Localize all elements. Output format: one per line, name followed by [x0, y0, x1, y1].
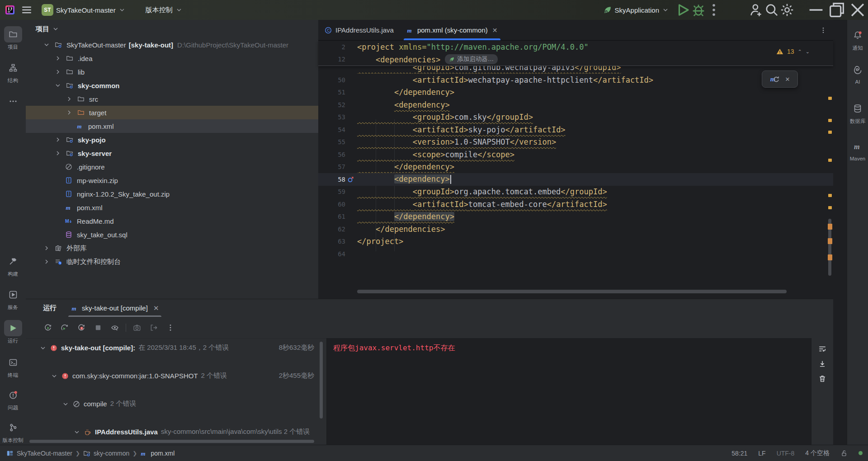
project-tree-item--[interactable]: 外部库: [26, 241, 318, 255]
chevron-down-icon[interactable]: [54, 82, 61, 89]
left-stripe-item-结构[interactable]: 结构: [0, 60, 26, 84]
code-line-2[interactable]: 2<project xmlns="http://maven.apache.org…: [318, 41, 833, 53]
filter-view-button[interactable]: [109, 322, 121, 334]
project-tree-item-mp-weixin.zip[interactable]: mp-weixin.zip: [26, 174, 318, 187]
code-line-56[interactable]: 56 <scope>compile</scope>: [318, 148, 833, 161]
tab-ipaddressutils[interactable]: C IPAddressUtils.java: [318, 20, 400, 40]
search-everywhere-button[interactable]: [764, 0, 779, 20]
warning-mark[interactable]: [828, 119, 832, 122]
project-tree-item-sky-server[interactable]: sky-server: [26, 146, 318, 160]
tool-window-layout-icon[interactable]: [6, 450, 14, 457]
warning-mark[interactable]: [828, 238, 832, 244]
horizontal-scrollbar[interactable]: [357, 290, 787, 293]
chevron-right-icon[interactable]: [54, 68, 61, 75]
project-tree-item-target[interactable]: target: [26, 106, 318, 119]
next-problem-icon[interactable]: ⌄: [806, 49, 810, 55]
horizontal-scrollbar[interactable]: [29, 440, 314, 443]
project-tree-item-sky-common[interactable]: sky-common: [26, 79, 318, 92]
project-tree-item-lib[interactable]: lib: [26, 65, 318, 79]
project-widget[interactable]: ST SkyTakeOut-master: [39, 2, 128, 18]
close-tab-icon[interactable]: ✕: [492, 27, 498, 34]
rerun-button[interactable]: [42, 322, 54, 334]
project-tree-item-src[interactable]: src: [26, 92, 318, 106]
project-tree-item-.gitignore[interactable]: .gitignore: [26, 160, 318, 174]
warning-mark[interactable]: [828, 254, 832, 260]
line-ending[interactable]: LF: [758, 450, 765, 457]
file-encoding[interactable]: UTF-8: [777, 450, 795, 457]
prev-problem-icon[interactable]: ⌃: [798, 49, 802, 55]
warning-mark[interactable]: [828, 224, 832, 230]
chevron-right-icon[interactable]: [54, 136, 61, 143]
add-starters-inlay[interactable]: 添加启动器…: [445, 54, 498, 64]
more-actions-button[interactable]: [706, 0, 722, 20]
maven-reload-popup[interactable]: m ✕: [762, 71, 798, 88]
left-stripe-item-版本控制[interactable]: 版本控制: [0, 419, 26, 444]
maven-reload-icon[interactable]: m: [770, 74, 780, 84]
build-tree-item-3[interactable]: IPAddressUtils.javasky-common\src\main\j…: [26, 425, 324, 439]
code-line-64[interactable]: 64: [318, 248, 833, 260]
tab-pom-xml[interactable]: m pom.xml (sky-common) ✕: [400, 20, 504, 40]
left-stripe-item-项目[interactable]: 项目: [0, 26, 26, 51]
chevron-down-icon[interactable]: [51, 372, 58, 380]
error-stripe[interactable]: [827, 40, 833, 299]
chevron-right-icon[interactable]: [66, 95, 73, 103]
project-tree-item-skytakeout-master[interactable]: SkyTakeOut-master[sky-take-out]D:\Github…: [26, 38, 318, 52]
caret-position[interactable]: 58:21: [731, 450, 747, 457]
unlock-icon[interactable]: [840, 450, 848, 457]
code-line-60[interactable]: 60 <artifactId>tomcat-embed-core</artifa…: [318, 198, 833, 211]
project-tree-item-nginx-1.20.2_sky_take_out.zip[interactable]: nginx-1.20.2_Sky_take_out.zip: [26, 187, 318, 201]
project-tree-item-.idea[interactable]: .idea: [26, 52, 318, 65]
code-line-57[interactable]: 57 </dependency>: [318, 161, 833, 174]
warning-mark[interactable]: [828, 131, 832, 134]
project-tree-item-sky_take_out.sql[interactable]: sky_take_out.sql: [26, 228, 318, 241]
indent-setting[interactable]: 4 个空格: [805, 449, 830, 457]
right-stripe-item-通知[interactable]: 通知: [847, 27, 868, 52]
chevron-right-icon[interactable]: [54, 55, 61, 62]
code-line-58[interactable]: 58 <dependency>: [318, 173, 833, 186]
chevron-right-icon[interactable]: [43, 258, 50, 265]
stop-button[interactable]: [92, 322, 104, 334]
close-tab-icon[interactable]: ✕: [153, 304, 159, 312]
chevron-down-icon[interactable]: [62, 400, 69, 408]
chevron-down-icon[interactable]: [39, 344, 47, 352]
project-tree-item-readme.md[interactable]: MReadMe.md: [26, 214, 318, 228]
settings-button[interactable]: [779, 0, 795, 20]
restore-button[interactable]: [826, 0, 847, 20]
code-line-54[interactable]: 54 <artifactId>sky-pojo</artifactId>: [318, 123, 833, 136]
close-icon[interactable]: ✕: [785, 76, 790, 83]
run-button[interactable]: [675, 0, 691, 20]
code-line-12[interactable]: 12 <dependencies>添加启动器…: [318, 53, 833, 66]
build-tree-item-0[interactable]: sky-take-out [compile]:在 2025/3/31 18:45…: [26, 341, 324, 355]
build-tree-item-1[interactable]: com.sky:sky-common:jar:1.0-SNAPSHOT2 个错误…: [26, 369, 324, 383]
code-line-62[interactable]: 62 </dependencies>: [318, 223, 833, 235]
screenshot-button[interactable]: [131, 322, 143, 334]
main-menu-button[interactable]: [21, 0, 33, 20]
code-line[interactable]: <groupId>com.github.wechatpay-apiv3</gro…: [318, 66, 833, 74]
breadcrumb-file[interactable]: pom.xml: [151, 450, 175, 457]
warning-mark[interactable]: [828, 159, 832, 162]
code-line-59[interactable]: 59 <groupId>org.apache.tomcat.embed</gro…: [318, 186, 833, 198]
chevron-right-icon[interactable]: [66, 109, 73, 116]
chevron-down-icon[interactable]: [43, 41, 50, 48]
code-line-51[interactable]: 51 </dependency>: [318, 86, 833, 99]
minimize-button[interactable]: [806, 0, 826, 20]
left-stripe-item-more[interactable]: [0, 93, 26, 109]
chevron-down-icon[interactable]: [52, 25, 59, 33]
left-stripe-item-构建[interactable]: 构建: [0, 253, 26, 278]
project-tree-item-pom.xml[interactable]: mpom.xml: [26, 119, 318, 133]
status-green-icon[interactable]: [859, 451, 863, 455]
left-stripe-item-运行[interactable]: 运行: [0, 320, 26, 344]
chevron-right-icon[interactable]: [43, 245, 50, 252]
right-stripe-item-Maven[interactable]: mMaven: [847, 138, 868, 161]
code-line-63[interactable]: 63</project>: [318, 235, 833, 248]
warning-mark[interactable]: [828, 97, 832, 100]
right-stripe-item-数据库[interactable]: 数据库: [847, 100, 868, 125]
run-tab-sky-take-out[interactable]: m sky-take-out [compile] ✕: [68, 299, 161, 317]
warning-mark[interactable]: [828, 194, 832, 197]
left-stripe-item-服务[interactable]: 服务: [0, 287, 26, 311]
code-with-me-button[interactable]: [749, 0, 764, 20]
vcs-widget[interactable]: 版本控制: [143, 4, 185, 16]
chevron-right-icon[interactable]: [54, 150, 61, 157]
project-tree-item-sky-pojo[interactable]: sky-pojo: [26, 133, 318, 146]
breadcrumb-project[interactable]: SkyTakeOut-master: [17, 450, 72, 457]
